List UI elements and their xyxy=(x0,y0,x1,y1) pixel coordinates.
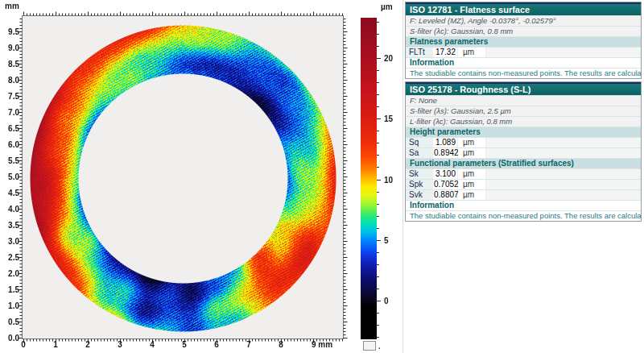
y-axis-unit: mm xyxy=(5,2,19,10)
y-tick-label: 6.5 xyxy=(0,124,19,133)
filter-row: L-filter (λc): Gaussian, 0.8 mm xyxy=(406,116,641,127)
y-tick-label: 3.0 xyxy=(0,237,19,246)
y-tick-label: 2.5 xyxy=(0,253,19,262)
parameter-name: Svk xyxy=(406,190,434,200)
parameter-value: 0.8807 xyxy=(434,190,458,200)
y-tick-label: 1.5 xyxy=(0,285,19,294)
parameter-row: FLTt17.32µm xyxy=(406,47,641,57)
panel-title: ISO 12781 - Flatness surface xyxy=(406,2,641,15)
y-tick-label: 1.0 xyxy=(0,301,19,310)
filter-row: S-filter (λc): Gaussian, 0.8 mm xyxy=(406,26,641,36)
colorbar-unit: µm xyxy=(381,2,393,11)
information-header: Information xyxy=(406,200,641,210)
section-header: Flatness parameters xyxy=(406,36,641,47)
x-tick-label: 9 mm xyxy=(306,340,338,349)
parameter-unit: µm xyxy=(458,180,486,189)
colorbar-tick-label: 0 xyxy=(384,297,389,305)
x-tick-label: 4 xyxy=(136,340,168,349)
x-tick-label: 0 xyxy=(7,340,39,349)
y-tick-label: 8.5 xyxy=(0,60,19,69)
x-tick-label: 1 xyxy=(39,340,72,349)
parameter-unit: µm xyxy=(458,148,486,158)
y-tick-label: 6.0 xyxy=(0,140,19,149)
y-tick-label: 5.5 xyxy=(0,156,19,165)
parameter-row: Sq1.089µm xyxy=(406,137,641,147)
parameter-value: 3.100 xyxy=(434,169,458,179)
parameter-unit: µm xyxy=(458,190,486,200)
x-tick-label: 5 xyxy=(168,340,200,349)
colorbar-tick-label: 15 xyxy=(384,114,393,123)
parameter-name: FLTt xyxy=(406,48,434,57)
y-tick-label: 4.0 xyxy=(0,205,19,214)
parameter-value: 1.089 xyxy=(434,138,458,147)
view-divider xyxy=(402,0,403,353)
parameter-row: Spk0.7052µm xyxy=(406,179,641,189)
information-text: The studiable contains non-measured poin… xyxy=(406,68,641,78)
parameter-row: Sa0.8942µm xyxy=(406,147,641,158)
parameter-unit: µm xyxy=(458,169,486,179)
y-tick-label: 7.0 xyxy=(0,108,19,117)
section-header: Functional parameters (Stratified surfac… xyxy=(406,158,641,168)
x-tick-label: 2 xyxy=(72,340,104,349)
y-tick-label: 0.5 xyxy=(0,318,19,326)
x-tick-label: 7 xyxy=(233,340,265,349)
x-tick-label: 8 xyxy=(265,340,297,349)
filter-row: F: None xyxy=(406,95,641,106)
metrology-app-window: mm 0.00.51.01.52.02.53.03.54.04.55.05.56… xyxy=(0,0,644,353)
parameter-value: 0.7052 xyxy=(434,180,458,189)
non-measured-legend: . xyxy=(363,341,381,351)
parameter-row: Sk3.100µm xyxy=(406,168,641,179)
parameter-name: Sa xyxy=(406,148,434,158)
colorbar-tick-label: 20 xyxy=(384,54,393,63)
y-tick-label: 5.0 xyxy=(0,172,19,181)
parameter-value: 17.32 xyxy=(434,48,458,57)
colorbar-tick-label: 10 xyxy=(384,176,393,185)
filter-row: F: Leveled (MZ), Angle -0.0378°, -0.0257… xyxy=(406,15,641,26)
non-measured-swatch xyxy=(363,341,376,351)
y-tick-label: 9.0 xyxy=(0,44,19,52)
section-header: Height parameters xyxy=(406,127,641,137)
non-measured-label: . xyxy=(378,343,381,351)
parameter-value: 0.8942 xyxy=(434,148,458,158)
information-header: Information xyxy=(406,57,641,68)
y-tick-label: 4.5 xyxy=(0,189,19,197)
panel-title: ISO 25178 - Roughness (S-L) xyxy=(406,82,641,95)
y-tick-label: 3.5 xyxy=(0,221,19,230)
y-tick-label: 9.5 xyxy=(0,27,19,36)
parameter-row: Svk0.8807µm xyxy=(406,189,641,200)
iso-panel-1[interactable]: ISO 12781 - Flatness surfaceF: Leveled (… xyxy=(405,2,642,79)
surface-heatmap-canvas[interactable] xyxy=(0,0,402,353)
analysis-panels: ISO 12781 - Flatness surfaceF: Leveled (… xyxy=(405,2,642,224)
x-tick-label: 6 xyxy=(200,340,233,349)
iso-panel-2[interactable]: ISO 25178 - Roughness (S-L)F: NoneS-filt… xyxy=(405,81,642,222)
y-tick-label: 7.5 xyxy=(0,92,19,101)
x-tick-label: 3 xyxy=(104,340,136,349)
parameter-unit: µm xyxy=(458,138,486,147)
parameter-unit: µm xyxy=(458,48,486,57)
information-text: The studiable contains non-measured poin… xyxy=(406,210,641,221)
colorbar-tick-label: 5 xyxy=(384,236,389,245)
y-tick-label: 2.0 xyxy=(0,269,19,278)
parameter-name: Spk xyxy=(406,180,434,189)
y-tick-label: 8.0 xyxy=(0,76,19,85)
parameter-name: Sq xyxy=(406,138,434,147)
parameter-name: Sk xyxy=(406,169,434,179)
filter-row: S-filter (λs): Gaussian, 2.5 µm xyxy=(406,106,641,116)
